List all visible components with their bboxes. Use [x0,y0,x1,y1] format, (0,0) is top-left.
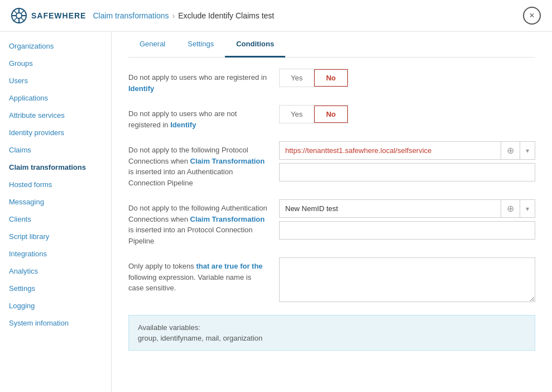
section3-add-button[interactable]: ⊕ [501,142,520,159]
section3-dropdown-value: https://tenanttest1.safewhere.local/self… [280,142,501,159]
logo: SAFEWHERE [11,8,86,23]
section-registered-identify: Do not apply to users who are registered… [128,69,535,94]
logo-icon [11,8,27,23]
section5-control [279,257,535,304]
section4-add-button[interactable]: ⊕ [501,200,520,217]
sidebar-item-claims[interactable]: Claims [0,141,111,159]
section4-highlight: Claim Transformation [190,215,265,223]
main-content: General Settings Conditions Do not apply… [112,32,552,392]
sidebar-item-claim-transformations[interactable]: Claim transformations [0,159,111,176]
section1-label: Do not apply to users who are registered… [128,69,268,94]
section-expression: Only apply to tokens that are true for t… [128,257,535,304]
sidebar-item-analytics[interactable]: Analytics [0,262,111,280]
section5-textarea[interactable] [279,257,535,302]
sidebar-item-applications[interactable]: Applications [0,89,111,107]
breadcrumb-current: Exclude Identify Claims test [178,11,274,20]
section3-arrow-button[interactable]: ▾ [520,144,535,158]
sidebar: Organizations Groups Users Applications … [0,32,112,392]
sidebar-item-messaging[interactable]: Messaging [0,193,111,211]
section2-label: Do not apply to users who are not regist… [128,105,268,130]
section4-dropdown-value: New NemID test [280,200,501,217]
tab-general[interactable]: General [128,32,176,58]
section4-dropdown: New NemID test ⊕ ▾ [279,199,535,218]
section4-text-input[interactable] [279,221,535,240]
tab-settings[interactable]: Settings [176,32,225,58]
section4-control: New NemID test ⊕ ▾ [279,199,535,240]
section3-control: https://tenanttest1.safewhere.local/self… [279,141,535,181]
breadcrumb-separator: › [172,11,175,20]
sidebar-item-script-library[interactable]: Script library [0,228,111,245]
sidebar-item-settings[interactable]: Settings [0,280,111,297]
sidebar-item-integrations[interactable]: Integrations [0,245,111,262]
section2-control: Yes No [279,105,535,123]
section3-label: Do not apply to the following Protocol C… [128,141,268,188]
section-protocol-connections: Do not apply to the following Protocol C… [128,141,535,188]
section1-control: Yes No [279,69,535,87]
variables-title: Available variables: [138,323,526,332]
sidebar-item-organizations[interactable]: Organizations [0,37,111,55]
tab-conditions[interactable]: Conditions [225,32,285,58]
section3-text-input[interactable] [279,163,535,181]
section-auth-connections: Do not apply to the following Authentica… [128,199,535,246]
sidebar-item-hosted-forms[interactable]: Hosted forms [0,176,111,193]
sidebar-item-logging[interactable]: Logging [0,297,111,314]
tabs: General Settings Conditions [128,32,535,58]
sidebar-item-users[interactable]: Users [0,72,111,89]
section-not-registered-identify: Do not apply to users who are not regist… [128,105,535,130]
layout: Organizations Groups Users Applications … [0,32,552,392]
header-left: SAFEWHERE Claim transformations › Exclud… [11,8,274,23]
svg-line-9 [14,18,17,21]
section1-yes-button[interactable]: Yes [280,69,314,87]
sidebar-item-clients[interactable]: Clients [0,211,111,228]
section2-highlight: Identify [170,121,196,129]
close-button[interactable]: × [523,7,541,25]
svg-line-8 [21,11,25,14]
sidebar-item-system-info[interactable]: System infomation [0,314,111,332]
section4-label: Do not apply to the following Authentica… [128,199,268,246]
variables-list: group, identifyname, mail, organization [138,334,526,342]
svg-line-6 [14,11,17,14]
section2-yes-button[interactable]: Yes [280,106,314,123]
section5-label: Only apply to tokens that are true for t… [128,257,268,294]
section3-highlight1: Claim Transformation [190,157,265,165]
section1-yn-group: Yes No [279,69,348,87]
section1-no-button[interactable]: No [314,69,347,87]
section4-arrow-button[interactable]: ▾ [520,202,535,216]
breadcrumb: Claim transformations › Exclude Identify… [93,11,274,20]
header: SAFEWHERE Claim transformations › Exclud… [0,0,552,32]
sidebar-item-identity-providers[interactable]: Identity providers [0,124,111,141]
section1-highlight: Identify [128,84,154,93]
svg-line-7 [21,18,25,21]
variables-box: Available variables: group, identifyname… [128,315,535,351]
section2-no-button[interactable]: No [314,106,347,123]
section3-dropdown: https://tenanttest1.safewhere.local/self… [279,141,535,160]
section5-highlight1: that are true for the [196,262,262,270]
logo-text: SAFEWHERE [31,11,86,20]
sidebar-item-attribute-services[interactable]: Attribute services [0,107,111,124]
section2-yn-group: Yes No [279,105,348,123]
sidebar-item-groups[interactable]: Groups [0,55,111,72]
breadcrumb-link[interactable]: Claim transformations [93,11,169,20]
